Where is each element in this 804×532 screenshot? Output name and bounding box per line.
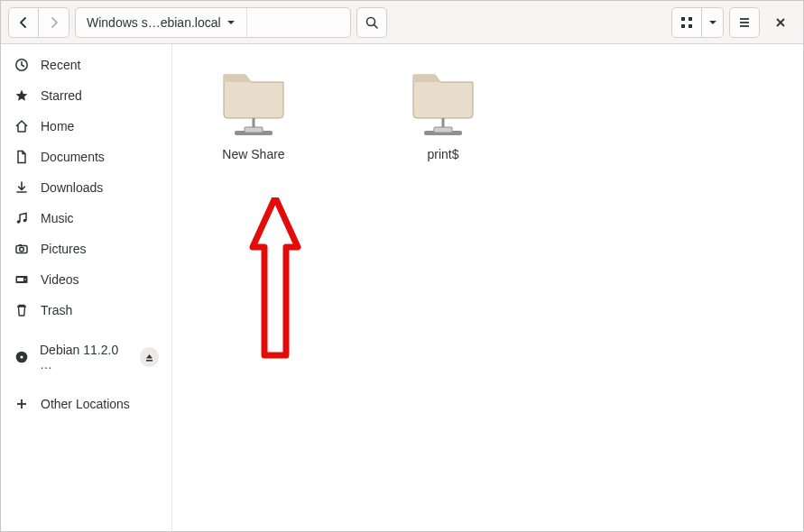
path-segment-current[interactable]: Windows s…ebian.local (76, 8, 247, 37)
body: Recent Starred Home Documents Downloads (1, 44, 803, 531)
sidebar-item-label: Downloads (41, 180, 103, 195)
home-icon (14, 119, 30, 133)
svg-point-15 (20, 247, 24, 252)
svg-rect-16 (19, 244, 22, 246)
svg-point-21 (20, 355, 23, 358)
sidebar-item-label: Trash (41, 303, 72, 317)
disc-icon (14, 350, 29, 364)
close-window-button[interactable] (765, 7, 796, 38)
star-icon (14, 88, 30, 103)
svg-rect-4 (681, 24, 685, 28)
back-button[interactable] (8, 7, 39, 38)
sidebar-item-home[interactable]: Home (1, 111, 171, 142)
sidebar: Recent Starred Home Documents Downloads (1, 44, 172, 531)
search-icon (365, 15, 379, 30)
header-right-group (671, 7, 796, 38)
share-folder[interactable]: print$ (389, 62, 497, 161)
sidebar-item-downloads[interactable]: Downloads (1, 172, 171, 203)
chevron-right-icon (49, 17, 60, 28)
svg-point-13 (23, 219, 27, 223)
chevron-down-icon (708, 18, 717, 27)
svg-rect-3 (688, 17, 692, 21)
sidebar-item-label: Debian 11.2.0 … (40, 343, 129, 371)
sidebar-item-label: Documents (41, 150, 105, 164)
path-segment-empty[interactable] (247, 8, 350, 37)
eject-button[interactable] (140, 347, 159, 367)
sidebar-item-label: Videos (41, 272, 79, 287)
hamburger-icon (737, 15, 752, 30)
sidebar-item-disc[interactable]: Debian 11.2.0 … (1, 335, 171, 380)
share-folder[interactable]: New Share (199, 62, 308, 161)
content-area[interactable]: New Share print$ (172, 44, 803, 531)
sidebar-item-music[interactable]: Music (1, 203, 171, 234)
search-button[interactable] (356, 7, 387, 38)
sidebar-item-recent[interactable]: Recent (1, 50, 171, 80)
document-icon (14, 150, 30, 164)
path-bar[interactable]: Windows s…ebian.local (75, 7, 351, 38)
view-mode-group (671, 7, 724, 38)
forward-button[interactable] (39, 7, 69, 38)
svg-point-12 (17, 220, 21, 224)
dropdown-icon (226, 18, 236, 27)
network-folder-icon (213, 62, 294, 142)
sidebar-item-label: Recent (41, 58, 80, 72)
svg-line-1 (374, 24, 377, 28)
folder-grid: New Share print$ (199, 62, 776, 161)
sidebar-item-starred[interactable]: Starred (1, 80, 171, 111)
svg-rect-18 (17, 278, 23, 281)
clock-icon (14, 58, 30, 72)
icon-view-button[interactable] (671, 7, 702, 38)
chevron-left-icon (18, 17, 29, 28)
sidebar-item-trash[interactable]: Trash (1, 295, 171, 326)
video-icon (14, 272, 30, 287)
svg-rect-5 (688, 24, 692, 28)
sidebar-item-label: Music (41, 211, 74, 225)
annotation-arrow (248, 197, 302, 369)
header-bar: Windows s…ebian.local (1, 1, 803, 44)
sidebar-item-label: Other Locations (41, 397, 130, 411)
trash-icon (14, 303, 30, 317)
grid-view-icon (679, 15, 694, 30)
sidebar-item-label: Starred (41, 88, 82, 103)
svg-point-19 (24, 279, 26, 280)
svg-rect-2 (681, 17, 685, 21)
download-icon (14, 180, 30, 195)
svg-rect-30 (434, 127, 452, 133)
folder-label: print$ (427, 147, 458, 161)
svg-rect-22 (146, 360, 152, 362)
nav-button-group (8, 7, 69, 38)
camera-icon (14, 242, 30, 256)
path-label: Windows s…ebian.local (87, 15, 221, 30)
sidebar-item-label: Home (41, 119, 74, 133)
folder-label: New Share (222, 147, 284, 161)
svg-rect-27 (245, 127, 263, 133)
view-options-dropdown[interactable] (702, 7, 724, 38)
network-folder-icon (402, 62, 484, 142)
close-icon (774, 16, 787, 29)
hamburger-menu-button[interactable] (729, 7, 760, 38)
sidebar-item-videos[interactable]: Videos (1, 264, 171, 295)
sidebar-item-other-locations[interactable]: Other Locations (1, 389, 171, 419)
sidebar-item-label: Pictures (41, 242, 87, 256)
plus-icon (14, 398, 30, 410)
sidebar-item-pictures[interactable]: Pictures (1, 234, 171, 264)
sidebar-item-documents[interactable]: Documents (1, 142, 171, 172)
music-icon (14, 211, 30, 225)
